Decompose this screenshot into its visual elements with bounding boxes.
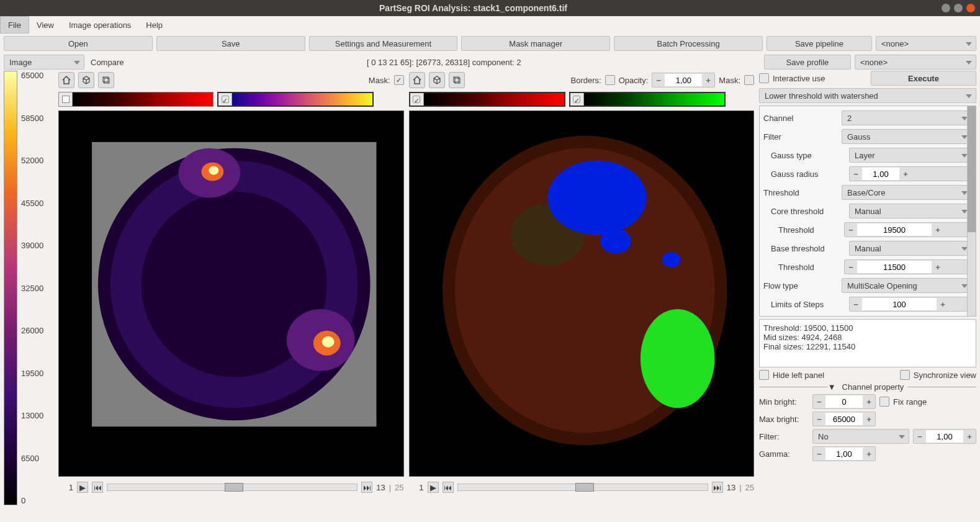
z-slider[interactable] (457, 484, 708, 491)
core-threshold-select[interactable]: Manual (849, 204, 972, 218)
next-icon[interactable]: ⏭ (361, 482, 372, 493)
limits-spin[interactable]: −+ (849, 297, 972, 312)
cmap-green-right[interactable] (569, 92, 726, 107)
prev-icon[interactable]: ⏮ (443, 482, 454, 493)
interactive-checkbox[interactable] (759, 73, 769, 83)
minimize-button[interactable] (942, 4, 950, 12)
hide-left-checkbox[interactable] (759, 370, 769, 380)
colorbar-ticks: 65000 58500 52000 45500 39000 32500 2600… (17, 71, 43, 505)
cube-outline-icon[interactable] (449, 72, 465, 88)
cmap-red-left[interactable] (58, 92, 214, 107)
play-icon[interactable]: ▶ (428, 482, 439, 493)
mask-label: Mask: (719, 76, 740, 85)
titlebar: PartSeg ROI Analysis: stack1_component6.… (0, 0, 980, 16)
second-row: Image Compare [ 0 13 21 65]: [26773, 263… (0, 53, 980, 71)
execute-button[interactable]: Execute (871, 71, 976, 86)
batch-processing-button[interactable]: Batch Processing (614, 36, 763, 51)
menu-image-operations[interactable]: Image operations (61, 16, 138, 34)
cmap-red-right[interactable] (409, 92, 565, 107)
filter-select[interactable]: Gauss (842, 129, 972, 144)
next-icon[interactable]: ⏭ (712, 482, 723, 493)
flow-type-select[interactable]: MultiScale Opening (842, 278, 972, 293)
home-icon[interactable] (58, 72, 74, 88)
param-list: Channel2 FilterGauss Gauss typeLayer Gau… (759, 106, 976, 317)
result-info: Threshold: 19500, 11500 Mid sizes: 4924,… (759, 319, 976, 367)
svg-point-8 (209, 166, 218, 175)
core-threshold-spin[interactable]: −+ (844, 222, 972, 237)
window-title: PartSeg ROI Analysis: stack1_component6.… (5, 3, 942, 13)
channel-filter-spin[interactable]: −+ (913, 429, 976, 444)
colorbar: 65000 58500 52000 45500 39000 32500 2600… (4, 71, 53, 505)
menu-file[interactable]: File (0, 16, 29, 34)
compare-label: Compare (91, 58, 124, 67)
base-threshold-select[interactable]: Manual (849, 241, 972, 256)
save-pipeline-button[interactable]: Save pipeline (766, 36, 872, 51)
save-profile-button[interactable]: Save profile (764, 55, 851, 70)
svg-point-18 (600, 228, 631, 253)
menubar: File View Image operations Help (0, 16, 980, 34)
right-paginator: 1 ▶ ⏮ ⏭ 13 | 25 (409, 479, 755, 495)
prev-icon[interactable]: ⏮ (92, 482, 103, 493)
svg-point-17 (547, 161, 646, 235)
settings-button[interactable]: Settings and Measurement (309, 36, 458, 51)
gamma-spin[interactable]: −+ (812, 446, 876, 461)
sync-view-checkbox[interactable] (900, 370, 910, 380)
right-canvas[interactable] (409, 110, 755, 477)
status-text: [ 0 13 21 65]: [26773, 26318] component:… (127, 58, 760, 67)
left-canvas[interactable] (58, 110, 404, 477)
left-paginator: 1 ▶ ⏮ ⏭ 13 | 25 (58, 479, 404, 495)
gauss-type-select[interactable]: Layer (849, 148, 972, 163)
algorithm-select[interactable]: Lower threshold with watershed (759, 88, 976, 103)
cube-outline-icon[interactable] (98, 72, 114, 88)
menu-view[interactable]: View (29, 16, 61, 34)
scrollbar[interactable] (967, 106, 976, 316)
side-panel: Interactive use Execute Lower threshold … (759, 71, 976, 505)
mask-checkbox[interactable] (394, 75, 404, 85)
main-toolbar: Open Save Settings and Measurement Mask … (0, 34, 980, 53)
save-button[interactable]: Save (156, 36, 305, 51)
cube-icon[interactable] (429, 72, 445, 88)
image-select[interactable]: Image (4, 55, 84, 70)
profile-select[interactable]: <none> (855, 55, 976, 70)
max-bright-spin[interactable]: −+ (812, 412, 876, 426)
cmap-plasma-left[interactable] (217, 92, 374, 107)
channel-filter-select[interactable]: No (812, 429, 909, 444)
close-button[interactable] (966, 4, 975, 12)
right-viewer: Borders: Opacity: −+ Mask: 1 ▶ (409, 71, 755, 505)
base-threshold-spin[interactable]: −+ (844, 259, 972, 274)
play-icon[interactable]: ▶ (77, 482, 88, 493)
interactive-label: Interactive use (773, 74, 867, 83)
min-bright-spin[interactable]: −+ (812, 394, 876, 409)
borders-checkbox[interactable] (605, 75, 615, 85)
fix-range-checkbox[interactable] (879, 397, 889, 407)
home-icon[interactable] (409, 72, 425, 88)
mask-manager-button[interactable]: Mask manager (461, 36, 610, 51)
opacity-label: Opacity: (619, 76, 649, 85)
channel-property-separator[interactable]: ▼Channel property (759, 382, 976, 392)
mask-checkbox[interactable] (744, 75, 754, 85)
mask-label: Mask: (369, 76, 390, 85)
opacity-spin[interactable]: −+ (652, 73, 715, 88)
gauss-radius-spin[interactable]: −+ (849, 166, 972, 181)
maximize-button[interactable] (954, 4, 963, 12)
svg-point-11 (322, 336, 335, 348)
svg-point-20 (640, 309, 714, 408)
pipeline-select[interactable]: <none> (876, 36, 976, 51)
svg-point-19 (662, 252, 680, 267)
open-button[interactable]: Open (4, 36, 153, 51)
cube-icon[interactable] (78, 72, 94, 88)
colorbar-gradient (4, 71, 17, 505)
z-slider[interactable] (107, 484, 357, 491)
borders-label: Borders: (571, 76, 601, 85)
channel-select[interactable]: 2 (842, 110, 972, 125)
left-viewer: Mask: 1 ▶ ⏮ ⏭ (58, 71, 404, 505)
threshold-type-select[interactable]: Base/Core (842, 185, 972, 200)
menu-help[interactable]: Help (138, 16, 170, 34)
